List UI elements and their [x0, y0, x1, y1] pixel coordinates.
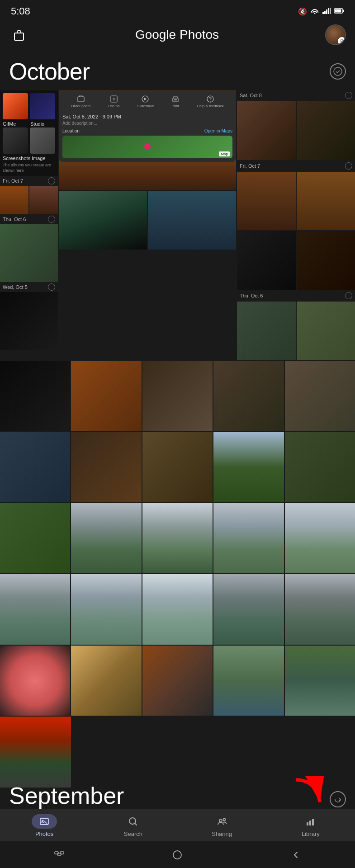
studio-album-thumb[interactable] — [30, 93, 55, 119]
wed-oct5-check[interactable] — [48, 283, 55, 291]
gifme-album-thumb[interactable] — [3, 93, 28, 119]
svg-rect-2 — [326, 9, 327, 14]
photo-thumb[interactable] — [142, 432, 213, 502]
thu-oct6-right-check[interactable] — [345, 292, 352, 299]
photo-thumb[interactable] — [0, 361, 70, 431]
shop-icon[interactable] — [9, 25, 29, 45]
nav-sharing[interactable]: Sharing — [204, 814, 240, 837]
photo-thumb[interactable] — [0, 574, 70, 644]
photo-thumb[interactable] — [59, 191, 147, 250]
photo-thumb[interactable] — [237, 101, 296, 160]
svg-rect-23 — [307, 822, 308, 826]
library-nav-label: Library — [302, 830, 320, 837]
photo-thumb fog2[interactable] — [142, 503, 213, 573]
photo-thumb[interactable] — [297, 231, 355, 290]
svg-rect-7 — [335, 9, 341, 13]
image-album-thumb[interactable] — [30, 127, 55, 154]
order-photo-btn[interactable]: Order photo — [71, 95, 91, 108]
photo-thumb[interactable] — [285, 574, 355, 644]
thu-oct6-check[interactable] — [48, 216, 55, 223]
header: Google Photos — [0, 21, 355, 51]
photo-thumb[interactable] — [0, 503, 70, 573]
left-sidebar: GifMe Studio Screenshots Image The album… — [0, 90, 58, 360]
october-title: October — [9, 58, 90, 85]
status-time: 5:08 — [11, 5, 30, 17]
bottom-nav: Photos Search Sharing — [0, 809, 355, 841]
photo-thumb[interactable] — [237, 231, 296, 290]
photo-thumb[interactable] — [237, 302, 296, 360]
september-check[interactable] — [330, 791, 346, 807]
popup-map[interactable]: Map — [62, 136, 232, 158]
photo-thumb[interactable] — [71, 574, 141, 644]
photo-thumb[interactable] — [285, 361, 355, 431]
slideshow-btn[interactable]: Slideshow — [137, 95, 153, 108]
search-nav-label: Search — [124, 830, 142, 837]
photo-thumb[interactable] — [71, 432, 141, 502]
use-as-btn[interactable]: Use as — [108, 95, 119, 108]
photo-thumb[interactable] — [0, 292, 58, 350]
svg-rect-4 — [330, 8, 331, 14]
october-check[interactable] — [330, 63, 346, 80]
photo-thumb[interactable] — [0, 432, 70, 502]
screenshots-album-thumb[interactable] — [3, 127, 28, 154]
svg-rect-11 — [78, 97, 84, 102]
photos-nav-label: Photos — [35, 830, 53, 837]
open-maps-btn[interactable]: Open in Maps — [204, 128, 232, 133]
photos-icon-container — [32, 814, 57, 829]
photo-thumb river[interactable] — [213, 646, 284, 716]
nav-search[interactable]: Search — [115, 814, 151, 837]
photo-thumb[interactable] — [71, 361, 141, 431]
photo-thumb[interactable] — [213, 574, 284, 644]
svg-rect-24 — [309, 821, 311, 826]
signal-icon — [322, 8, 331, 15]
photo-thumb fog[interactable] — [71, 503, 141, 573]
photo-thumb water[interactable] — [285, 646, 355, 716]
photo-thumb[interactable] — [213, 432, 284, 502]
fri-oct7-check[interactable] — [48, 177, 55, 184]
print-btn[interactable]: Print — [171, 95, 180, 108]
svg-point-21 — [219, 819, 222, 822]
help-btn[interactable]: Help & feedback — [197, 95, 224, 108]
photo-thumb[interactable] — [285, 432, 355, 502]
photo-thumb[interactable] — [0, 186, 28, 214]
popup-description: Add description... — [62, 121, 232, 126]
photo-thumb painting[interactable] — [71, 646, 141, 716]
photo-thumb fog3[interactable] — [213, 503, 284, 573]
image-label: Image — [32, 156, 55, 161]
photo-thumb[interactable] — [142, 574, 213, 644]
svg-point-10 — [334, 67, 342, 75]
back-btn[interactable] — [284, 848, 307, 862]
wed-oct5-bar: Wed, Oct 5 — [0, 282, 58, 292]
svg-rect-25 — [312, 819, 314, 826]
thu-oct6-photos — [237, 302, 355, 360]
row-halloween — [0, 432, 355, 502]
sat-oct8-check[interactable] — [345, 92, 352, 99]
photo-thumb fog4[interactable] — [285, 503, 355, 573]
photo-thumb[interactable] — [297, 101, 355, 160]
photo-thumb[interactable] — [237, 172, 296, 231]
photo-thumb[interactable] — [148, 191, 236, 250]
fri-oct7-label: Fri, Oct 7 — [3, 178, 23, 184]
photo-thumb[interactable] — [0, 224, 58, 282]
photo-thumb[interactable] — [142, 361, 213, 431]
photo-thumb[interactable] — [29, 186, 58, 214]
thu-oct6-right-bar: Thu, Oct 6 — [237, 291, 355, 301]
nav-photos[interactable]: Photos — [26, 814, 62, 837]
svg-point-17 — [210, 101, 211, 102]
albums-note: The albums you create are shown here — [3, 163, 55, 173]
fri-oct7-right-bar: Fri, Oct 7 — [237, 161, 355, 171]
photo-thumb red-tree[interactable] — [0, 717, 71, 788]
photo-thumb[interactable] — [297, 172, 355, 231]
fri-oct7-right-check[interactable] — [345, 162, 352, 170]
center-main-photo[interactable]: Order photo Use as Slideshow — [59, 90, 236, 190]
photo-thumb[interactable] — [297, 302, 355, 360]
nav-library[interactable]: Library — [293, 814, 329, 837]
photo-thumb[interactable] — [213, 361, 284, 431]
photo-thumb pink-hat[interactable] — [0, 646, 70, 716]
recents-btn[interactable] — [48, 848, 71, 862]
user-avatar[interactable] — [325, 24, 346, 45]
sat-oct8-photos — [237, 101, 355, 160]
photo-thumb train[interactable] — [142, 646, 213, 716]
status-bar: 5:08 🔇 — [0, 0, 355, 21]
home-btn[interactable] — [166, 848, 189, 862]
